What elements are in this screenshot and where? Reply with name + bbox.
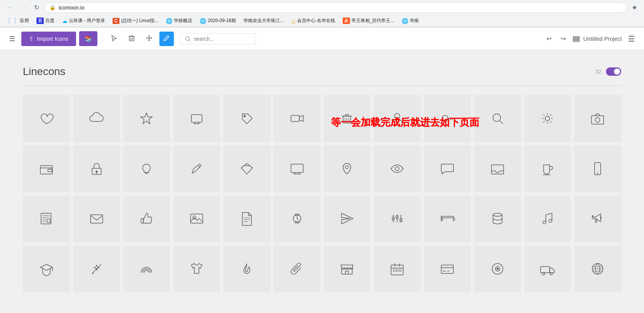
icon-video[interactable] xyxy=(274,95,321,142)
svg-rect-17 xyxy=(40,166,52,174)
icon-pencil[interactable] xyxy=(173,145,220,192)
icon-eye[interactable] xyxy=(374,145,421,192)
svg-rect-3 xyxy=(573,38,579,40)
icon-trash[interactable] xyxy=(324,95,371,142)
bookmark-scau[interactable]: 华南农业大学珠江... xyxy=(242,17,285,25)
star-button[interactable]: ★ xyxy=(630,2,639,13)
project-area: Untitled Project xyxy=(572,35,622,43)
project-menu-button[interactable]: ☰ xyxy=(625,33,638,45)
icon-key[interactable] xyxy=(424,95,471,142)
reload-button[interactable]: ↻ xyxy=(32,2,41,13)
select-tool-button[interactable] xyxy=(107,32,121,46)
svg-rect-0 xyxy=(129,37,134,41)
move-tool-button[interactable] xyxy=(142,32,156,46)
import-button[interactable]: ⇧ Import Icons xyxy=(21,32,76,46)
icon-star[interactable] xyxy=(123,95,170,142)
icon-mobile[interactable] xyxy=(574,145,621,192)
svg-point-58 xyxy=(550,273,552,275)
globe-icon: 🌐 xyxy=(402,18,408,24)
project-title: Untitled Project xyxy=(583,35,622,42)
icon-document[interactable] xyxy=(223,195,270,243)
icon-monitor[interactable] xyxy=(274,145,321,192)
icon-thumbsup[interactable] xyxy=(123,195,170,243)
icon-graduation[interactable] xyxy=(23,245,70,292)
apps-icon: ⋮⋮ xyxy=(6,17,18,24)
icon-diamond[interactable] xyxy=(223,145,270,192)
back-button[interactable]: ← xyxy=(5,3,15,13)
svg-rect-6 xyxy=(191,115,202,122)
svg-marker-5 xyxy=(141,113,152,124)
delete-tool-button[interactable] xyxy=(124,32,139,46)
icon-image[interactable] xyxy=(173,195,220,243)
icon-newspaper[interactable] xyxy=(23,195,70,243)
icon-globe[interactable] xyxy=(574,245,621,292)
icon-calendar[interactable] xyxy=(374,245,421,292)
svg-rect-4 xyxy=(573,40,579,42)
icon-lock[interactable] xyxy=(73,145,120,192)
icon-chat[interactable] xyxy=(424,145,471,192)
icon-cloud[interactable] xyxy=(73,95,120,142)
svg-rect-18 xyxy=(48,169,52,172)
address-bar[interactable]: 🔒 icomoon.io xyxy=(45,3,627,13)
bookmark-label: (总结一) Linux指... xyxy=(121,18,158,24)
icon-search[interactable] xyxy=(474,95,521,142)
icon-equalizer[interactable] xyxy=(374,195,421,243)
svg-point-42 xyxy=(543,221,546,224)
icon-count: 32 xyxy=(595,69,601,75)
bookmark-emperor[interactable]: 趣 帝王将相_历代帝王... xyxy=(341,17,396,25)
icon-magic[interactable] xyxy=(73,245,120,292)
icon-truck[interactable] xyxy=(524,245,571,292)
bookmark-yunbanke[interactable]: ☁ 云班课 - 用户登录 xyxy=(60,17,107,25)
icon-tag[interactable] xyxy=(223,95,270,142)
edit-tool-button[interactable] xyxy=(159,32,174,46)
bookmark-south[interactable]: 🌐 华南 xyxy=(400,17,420,25)
icon-megaphone[interactable] xyxy=(574,195,621,243)
bookmark-label: 云班课 - 用户登录 xyxy=(69,18,105,24)
icon-watch[interactable] xyxy=(274,195,321,243)
icon-location[interactable] xyxy=(324,145,371,192)
bookmark-linux[interactable]: C (总结一) Linux指... xyxy=(111,17,160,25)
icon-ticket[interactable] xyxy=(424,195,471,243)
icon-paperclip[interactable] xyxy=(274,245,321,292)
bookmark-apps[interactable]: ⋮⋮ 应用 xyxy=(5,16,30,25)
hamburger-button[interactable]: ☰ xyxy=(6,32,18,46)
icon-inbox[interactable] xyxy=(474,145,521,192)
icon-disc[interactable] xyxy=(474,245,521,292)
bookmark-label: 2020-09-18期 xyxy=(208,18,235,24)
icon-rainbow[interactable] xyxy=(123,245,170,292)
redo-button[interactable]: ↪ xyxy=(557,32,569,45)
bookmark-vip[interactable]: △ 会员中心-名华在线 xyxy=(290,17,337,25)
icon-store[interactable] xyxy=(324,245,371,292)
search-box[interactable] xyxy=(180,33,256,45)
icon-cup[interactable] xyxy=(524,145,571,192)
icon-music[interactable] xyxy=(524,195,571,243)
icon-email[interactable] xyxy=(73,195,120,243)
icon-tshirt[interactable] xyxy=(173,245,220,292)
icon-gear[interactable] xyxy=(524,95,571,142)
forward-button[interactable]: → xyxy=(18,3,29,13)
icon-camera[interactable] xyxy=(574,95,621,142)
icon-tv[interactable] xyxy=(173,95,220,142)
bookmark-label: 应用 xyxy=(20,18,29,24)
bookmark-date[interactable]: 🌐 2020-09-18期 xyxy=(198,17,237,25)
undo-button[interactable]: ↩ xyxy=(543,32,555,45)
search-input[interactable] xyxy=(194,36,251,42)
icon-user[interactable] xyxy=(374,95,421,142)
section-header: Linecons 32 xyxy=(23,65,621,78)
icon-wallet[interactable] xyxy=(23,145,70,192)
library-button[interactable]: 📚 xyxy=(79,31,97,46)
globe-icon: 🌐 xyxy=(200,18,206,24)
bookmark-baidu[interactable]: 百 百度 xyxy=(35,17,56,25)
toggle-switch[interactable] xyxy=(606,67,621,76)
svg-point-11 xyxy=(394,113,400,119)
icon-database[interactable] xyxy=(474,195,521,243)
icon-lightbulb[interactable] xyxy=(123,145,170,192)
icon-send[interactable] xyxy=(324,195,371,243)
bookmark-school[interactable]: 🌐 学校概况 xyxy=(164,17,194,25)
icon-fire[interactable] xyxy=(223,245,270,292)
svg-rect-31 xyxy=(141,219,143,223)
icon-card[interactable] xyxy=(424,245,471,292)
main-content: Linecons 32 等一会加载完成后就进去如下页面 xyxy=(0,50,644,308)
bookmark-label: 华南 xyxy=(410,18,419,24)
icon-heart[interactable] xyxy=(23,95,70,142)
